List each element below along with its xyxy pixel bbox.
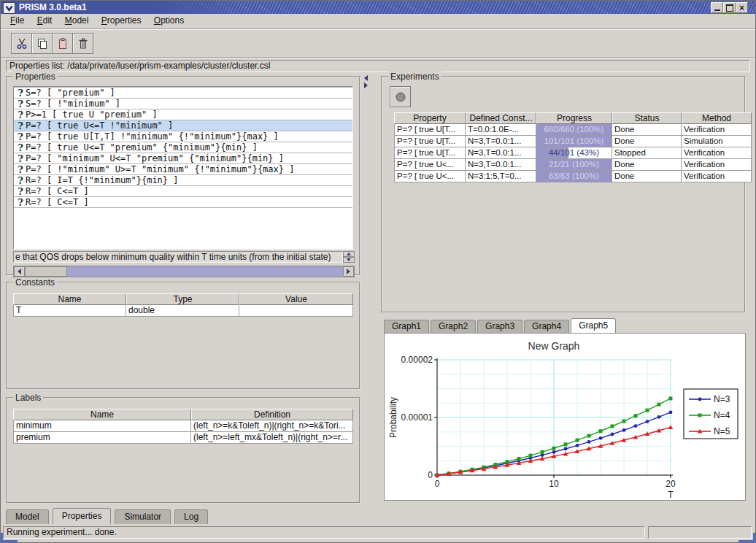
menu-options[interactable]: Options	[154, 14, 184, 28]
column-header[interactable]: Type	[126, 293, 239, 305]
maximize-icon	[726, 4, 733, 12]
tab-graph3[interactable]: Graph3	[477, 320, 522, 333]
tab-graph4[interactable]: Graph4	[524, 320, 569, 333]
column-header[interactable]: Status	[612, 112, 682, 124]
spinner-up-button[interactable]	[343, 251, 355, 257]
property-row[interactable]: ?P>=1 [ true U "premium" ]	[14, 109, 352, 120]
close-button[interactable]: ×	[736, 2, 748, 13]
progress-bar: 660/660 (100%)	[536, 124, 612, 136]
experiment-row[interactable]: P=? [ true U<...N=3,T=0.0:1...21/21 (100…	[394, 159, 752, 171]
status-cell: Done	[612, 136, 682, 147]
question-icon: ?	[15, 186, 26, 197]
property-row[interactable]: ?P=? [ "minimum" U<=T "premium" {"minimu…	[14, 153, 352, 164]
experiment-row[interactable]: P=? [ true U[T...T=0.0:1.0E-...660/660 (…	[394, 124, 752, 136]
constants-cell: N=3,T=0.0:1...	[466, 136, 536, 147]
menu-file[interactable]: File	[10, 14, 24, 28]
graph-panel: 0102000.000010.00002New GraphProbability…	[384, 333, 746, 501]
property-comment-field[interactable]: e that QOS drops below minimum quality w…	[13, 251, 343, 263]
titlebar[interactable]: PRISM 3.0.beta1 ×	[1, 1, 755, 14]
menu-model[interactable]: Model	[65, 14, 89, 28]
column-header[interactable]: Property	[394, 112, 466, 124]
menu-properties[interactable]: Properties	[101, 14, 142, 28]
tab-graph1[interactable]: Graph1	[384, 320, 429, 333]
question-icon: ?	[15, 197, 26, 208]
column-header[interactable]: Defined Const...	[466, 112, 536, 124]
paste-button[interactable]	[52, 33, 73, 54]
tab-graph5[interactable]: Graph5	[571, 318, 616, 333]
progress-bar: 21/21 (100%)	[536, 159, 612, 171]
property-text: P=? [ true U<=T "premium" {"minimum"}{mi…	[26, 142, 258, 153]
menu-edit[interactable]: Edit	[37, 14, 53, 28]
property-row[interactable]: ?R=? [ C<=T ]	[14, 185, 352, 197]
method-cell: Verification	[682, 159, 752, 171]
properties-group: Properties ?S=? [ "premium" ]?S=? [ !"mi…	[6, 76, 360, 276]
question-icon: ?	[15, 109, 26, 120]
toolbar	[1, 29, 755, 58]
maximize-button[interactable]	[723, 2, 736, 13]
spinner-down-button[interactable]	[343, 257, 355, 263]
property-text: S=? [ "premium" ]	[26, 88, 115, 98]
scroll-right-button[interactable]	[343, 266, 354, 277]
constants-group-title: Constants	[13, 277, 57, 288]
svg-text:0: 0	[435, 479, 440, 489]
tab-properties[interactable]: Properties	[53, 508, 112, 524]
collapse-right-button[interactable]	[362, 82, 369, 89]
copy-button[interactable]	[31, 33, 53, 54]
tab-simulator[interactable]: Simulator	[115, 509, 171, 524]
column-header[interactable]: Progress	[536, 112, 612, 124]
experiment-row[interactable]: P=? [ true U[T...N=3,T=0.0:1...44/101 (4…	[394, 147, 752, 159]
property-cell: P=? [ true U[T...	[394, 136, 466, 147]
column-header[interactable]: Value	[239, 293, 353, 305]
svg-text:N=3: N=3	[714, 394, 730, 404]
property-row[interactable]: ?P=? [ !"minimum" U>=T "minimum" {!"mini…	[14, 163, 352, 175]
property-text: P=? [ true U[T,T] !"minimum" {!"minimum"…	[26, 131, 279, 142]
experiments-group-title: Experiments	[388, 72, 441, 82]
constants-table[interactable]: NameTypeValueTdouble	[13, 293, 353, 317]
cut-button[interactable]	[11, 33, 32, 54]
table-row[interactable]: minimum(left_n>=k&Toleft_n)|(right_n>=k&…	[13, 420, 353, 432]
table-row[interactable]: Tdouble	[13, 305, 353, 317]
property-row[interactable]: ?S=? [ !"minimum" ]	[14, 98, 352, 109]
main-tab-bar: ModelPropertiesSimulatorLog	[6, 509, 212, 524]
table-row[interactable]: premium(left_n>=left_mx&Toleft_n)|(right…	[13, 432, 353, 444]
experiment-row[interactable]: P=? [ true U<...N=3:1:5,T=0...63/63 (100…	[394, 171, 752, 182]
split-pane-divider[interactable]	[362, 73, 369, 505]
property-row[interactable]: ?P=? [ true U<=T !"minimum" ]	[14, 120, 352, 131]
property-row[interactable]: ?P=? [ true U<=T "premium" {"minimum"}{m…	[14, 142, 352, 153]
collapse-left-button[interactable]	[362, 74, 369, 82]
property-row[interactable]: ?S=? [ "premium" ]	[14, 87, 352, 99]
scroll-left-button[interactable]	[14, 266, 25, 277]
column-header[interactable]: Name	[13, 293, 126, 305]
tab-log[interactable]: Log	[174, 509, 208, 524]
svg-text:N=4: N=4	[714, 410, 730, 420]
svg-text:0.00001: 0.00001	[401, 412, 433, 423]
labels-table[interactable]: NameDefinitionminimum(left_n>=k&Toleft_n…	[13, 409, 353, 444]
scrollbar-thumb[interactable]	[25, 266, 67, 277]
close-icon: ×	[739, 4, 744, 12]
copy-icon	[36, 37, 49, 50]
property-row[interactable]: ?R=? [ C<=T ]	[14, 196, 352, 208]
constants-cell: T=0.0:1.0E-...	[466, 124, 536, 136]
experiments-table[interactable]: PropertyDefined Const...ProgressStatusMe…	[394, 112, 752, 182]
svg-text:Probability: Probability	[388, 397, 398, 438]
constants-cell: N=3,T=0.0:1...	[466, 147, 536, 159]
tab-graph2[interactable]: Graph2	[431, 320, 476, 333]
column-header[interactable]: Definition	[191, 409, 353, 420]
tab-model[interactable]: Model	[6, 509, 49, 524]
experiment-row[interactable]: P=? [ true U[T...N=3,T=0.0:1...101/101 (…	[394, 136, 752, 147]
stop-icon	[394, 90, 407, 104]
property-text: R=? [ I=T {!"minimum"}{min} ]	[26, 175, 179, 185]
stop-experiment-button[interactable]	[390, 86, 411, 107]
properties-list[interactable]: ?S=? [ "premium" ]?S=? [ !"minimum" ]?P>…	[13, 86, 353, 250]
minimize-button[interactable]	[711, 2, 723, 13]
constants-cell: N=3,T=0.0:1...	[466, 159, 536, 171]
experiment-chart: 0102000.000010.00002New GraphProbability…	[385, 334, 745, 500]
window-menu-icon[interactable]	[3, 2, 15, 14]
delete-button[interactable]	[72, 33, 93, 54]
horizontal-scrollbar[interactable]	[13, 266, 355, 277]
column-header[interactable]: Method	[682, 112, 752, 124]
property-row[interactable]: ?R=? [ I=T {!"minimum"}{min} ]	[14, 174, 352, 186]
paste-icon	[56, 37, 69, 50]
property-row[interactable]: ?P=? [ true U[T,T] !"minimum" {!"minimum…	[14, 131, 352, 142]
column-header[interactable]: Name	[13, 409, 191, 420]
